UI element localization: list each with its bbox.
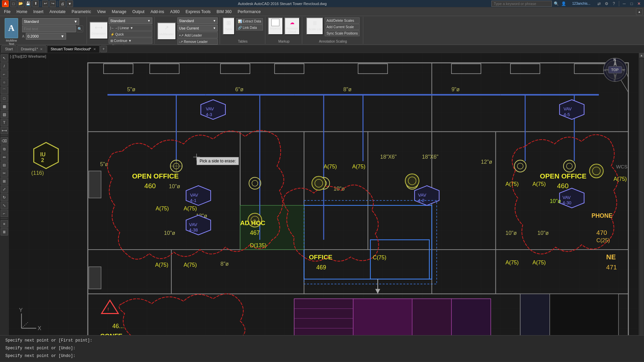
- linear-button[interactable]: |←→| Linear ▼: [109, 25, 152, 31]
- close-button[interactable]: ✕: [636, 1, 642, 7]
- layer-tool-button[interactable]: ≡: [1, 220, 8, 227]
- menu-annotate[interactable]: Annotate: [47, 9, 68, 15]
- dimension-button[interactable]: ⟷ Dimension: [90, 22, 108, 39]
- app-container: A □ 📂 💾 ⬆ ↩ ↪ 🖨 ▼ Autodesk AutoCAD 2016 …: [0, 0, 644, 362]
- multileader-button[interactable]: ↗ Multileader: [157, 22, 176, 40]
- save-button[interactable]: 💾: [25, 0, 32, 7]
- rectangle-tool-button[interactable]: □: [1, 95, 8, 102]
- rotate-tool-button[interactable]: ↻: [1, 194, 8, 201]
- menu-manage[interactable]: Manage: [109, 9, 129, 15]
- menu-parametric[interactable]: Parametric: [69, 9, 94, 15]
- menu-a360[interactable]: A360: [167, 9, 182, 15]
- menu-insert[interactable]: Insert: [31, 9, 46, 15]
- menu-bim360[interactable]: BIM 360: [214, 9, 234, 15]
- continue-button[interactable]: ⊞ Continue ▼: [109, 38, 152, 44]
- sync-scale-positions-button[interactable]: Sync Scale Positions: [325, 30, 359, 36]
- trim-tool-button[interactable]: ✂: [1, 169, 8, 177]
- circle-tool-button[interactable]: ○: [1, 79, 8, 86]
- scroll-up-button[interactable]: ▲: [639, 53, 644, 58]
- menu-output[interactable]: Output: [130, 9, 147, 15]
- open-button[interactable]: 📂: [17, 0, 24, 7]
- help-icon[interactable]: ?: [611, 1, 617, 7]
- scale-list-button[interactable]: ≣ Scale List: [306, 17, 323, 35]
- tab-steuart-close[interactable]: ✕: [93, 47, 96, 51]
- leader-style-dropdown[interactable]: Standard ▼: [177, 17, 218, 24]
- new-button[interactable]: □: [10, 0, 17, 7]
- dimension-style-dropdown[interactable]: Standard ▼: [109, 17, 152, 24]
- keyword-search[interactable]: [491, 1, 552, 7]
- mirror-tool-button[interactable]: ⇔: [1, 153, 8, 161]
- plot-button[interactable]: 🖨: [59, 0, 66, 7]
- revision-cloud-button[interactable]: ☁ RevisionCloud: [284, 17, 300, 35]
- tab-drawing1[interactable]: Drawing1* ✕: [17, 45, 46, 53]
- left-toolbar: ↖ / ⌐ ○ ⌒ □ ▦ ▧ T ⟷ ⌫ ⧉ ⇔ ⊟ ✂ ⊞ ⤢ ↻ ⤡ ⌐: [0, 53, 9, 348]
- stretch-tool-button[interactable]: ⤢: [1, 186, 8, 193]
- remove-leader-button[interactable]: -↗ Remove Leader: [177, 39, 218, 45]
- customize-qat-button[interactable]: ▼: [66, 0, 73, 7]
- add-delete-scales-button[interactable]: Add/Delete Scales: [325, 17, 359, 23]
- exchange-icon[interactable]: ⇄: [596, 1, 602, 7]
- right-scrollbar[interactable]: ▲ ▼: [639, 53, 644, 348]
- undo-button[interactable]: ↩: [42, 0, 49, 7]
- properties-tool-button[interactable]: ≣: [1, 228, 8, 236]
- svg-text:6"ø: 6"ø: [235, 86, 244, 92]
- multiline-text-button[interactable]: A: [5, 18, 18, 38]
- move-tool-button[interactable]: ↖: [1, 54, 8, 62]
- polyline-tool-button[interactable]: ⌐: [1, 70, 8, 78]
- scroll-thumb[interactable]: [640, 58, 644, 343]
- tab-start[interactable]: Start: [1, 45, 16, 53]
- use-current-dropdown[interactable]: Use Current ▼: [177, 25, 218, 32]
- add-leader-button[interactable]: +↗ Add Leader: [177, 32, 218, 38]
- copy-tool-button[interactable]: ⧉: [1, 145, 8, 153]
- menu-performance[interactable]: Performance: [235, 9, 264, 15]
- redo-button[interactable]: ↪: [49, 0, 56, 7]
- wipeout-button[interactable]: Wipeout: [268, 17, 283, 35]
- svg-text:470: 470: [596, 229, 607, 236]
- settings-icon[interactable]: ⚙: [603, 1, 609, 7]
- quick-button[interactable]: ⚡ Quick: [109, 31, 152, 37]
- menu-view[interactable]: View: [94, 9, 108, 15]
- wipeout-icon: [271, 19, 279, 26]
- new-tab-button[interactable]: +: [100, 46, 107, 52]
- menu-addins[interactable]: Add-ins: [148, 9, 167, 15]
- gradient-tool-button[interactable]: ▧: [1, 111, 8, 118]
- add-current-scale-button[interactable]: Add Current Scale: [325, 24, 359, 30]
- drawing-canvas[interactable]: [-][Top][2D Wireframe]: [9, 53, 639, 348]
- menu-home[interactable]: Home: [14, 9, 30, 15]
- minimize-button[interactable]: ─: [621, 1, 627, 7]
- erase-tool-button[interactable]: ⌫: [1, 137, 8, 145]
- arc-tool-button[interactable]: ⌒: [1, 87, 8, 94]
- info-center-icon[interactable]: 🔍: [553, 1, 559, 7]
- dimension-tool-button[interactable]: ⟷: [1, 127, 8, 134]
- text-style-dropdown[interactable]: Standard ▼: [22, 18, 79, 25]
- app-icon[interactable]: A: [2, 0, 9, 7]
- user-label[interactable]: 123anchis...: [568, 1, 595, 7]
- find-text-input[interactable]: [22, 25, 76, 32]
- fillet-tool-button[interactable]: ⌐: [1, 210, 8, 217]
- tooltip: Pick a side to erase:: [197, 157, 239, 165]
- find-text-search-button[interactable]: 🔍: [76, 25, 83, 32]
- menu-file[interactable]: File: [1, 9, 13, 15]
- saveas-button[interactable]: ⬆: [32, 0, 39, 7]
- offset-tool-button[interactable]: ⊟: [1, 161, 8, 169]
- table-button[interactable]: ⊞ Table: [223, 17, 235, 35]
- annotation-height-row: A 0.2000 ▼: [22, 33, 83, 40]
- account-icon[interactable]: 👤: [560, 1, 567, 7]
- hatch-tool-button[interactable]: ▦: [1, 103, 8, 110]
- tab-drawing1-close[interactable]: ✕: [40, 47, 43, 51]
- line-tool-button[interactable]: /: [1, 62, 8, 70]
- svg-text:NE: NE: [606, 253, 615, 261]
- extend-tool-button[interactable]: ⊞: [1, 177, 8, 185]
- link-data-button[interactable]: 🔗 Link Data: [236, 24, 263, 31]
- extract-data-button[interactable]: 📊 Extract Data: [236, 18, 263, 24]
- scale-tool-button[interactable]: ⤡: [1, 202, 8, 209]
- svg-text:12"ø: 12"ø: [481, 159, 492, 165]
- tab-steuart[interactable]: Steuart Tower Revcloud* ✕: [47, 45, 100, 53]
- maximize-button[interactable]: □: [629, 1, 635, 7]
- annotation-height-input[interactable]: 0.2000 ▼: [26, 33, 66, 40]
- menu-expresstools[interactable]: Express Tools: [183, 9, 213, 15]
- extract-data-icon: 📊: [238, 19, 242, 23]
- text-tool-button[interactable]: T: [1, 119, 8, 126]
- ribbon-minimize-button[interactable]: ▲: [636, 8, 643, 15]
- annotation-scaling-group-label: Annotation Scaling: [305, 39, 361, 43]
